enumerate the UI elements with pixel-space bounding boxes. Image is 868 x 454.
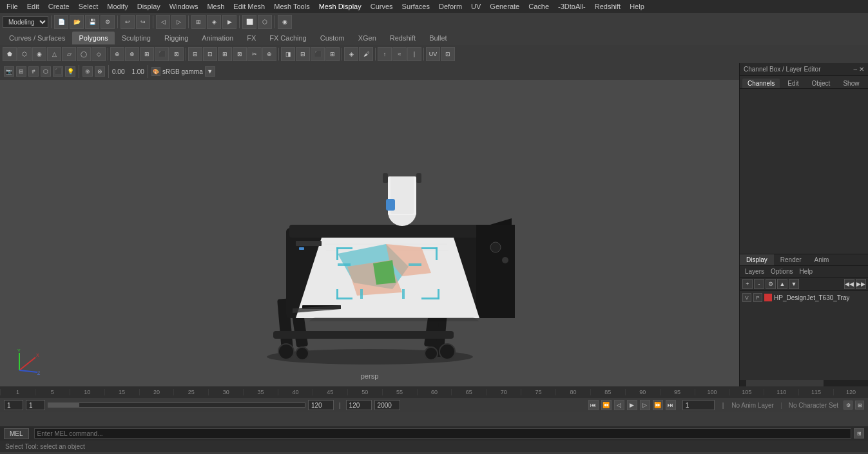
move-up-icon[interactable]: ▲ (777, 279, 787, 289)
minimize-btn[interactable]: – (853, 66, 857, 73)
new-file-icon[interactable]: 📄 (54, 15, 68, 29)
cube-icon[interactable]: ⬡ (17, 47, 32, 61)
open-file-icon[interactable]: 📂 (70, 15, 84, 29)
prev-frame-icon[interactable]: ◁ (156, 15, 170, 29)
torus-icon[interactable]: ◯ (77, 47, 91, 61)
bevel-icon[interactable]: ⊞ (218, 47, 232, 61)
plane-icon[interactable]: ▱ (62, 47, 76, 61)
append-poly-icon[interactable]: ⊞ (325, 47, 340, 61)
uv-map-icon[interactable]: UV (426, 47, 440, 61)
current-frame-input[interactable] (26, 400, 45, 410)
cut-icon[interactable]: ⊠ (233, 47, 247, 61)
viewport[interactable]: X Y Z persp (0, 80, 739, 386)
end-frame-input[interactable] (308, 400, 334, 410)
tab-fx[interactable]: FX (240, 32, 262, 44)
wireframe-icon[interactable]: ⬡ (41, 66, 51, 77)
object-tab[interactable]: Object (807, 79, 836, 88)
sphere-icon[interactable]: ⬟ (3, 47, 17, 61)
solid-icon[interactable]: ⬛ (53, 66, 63, 77)
extrude-icon[interactable]: ⊠ (169, 47, 184, 61)
paint-select-icon[interactable]: 🖌 (359, 47, 373, 61)
view-icon[interactable]: ⊞ (16, 66, 26, 77)
tab-sculpting[interactable]: Sculpting (115, 32, 157, 44)
menu-mesh-tools[interactable]: Mesh Tools (270, 1, 313, 12)
light-icon[interactable]: 💡 (65, 66, 75, 77)
current-frame-right-input[interactable] (682, 400, 715, 410)
menu-cache[interactable]: Cache (525, 1, 553, 12)
visibility-btn[interactable]: V (742, 293, 751, 302)
play-btn[interactable]: ▶ (627, 400, 637, 410)
range-end-input[interactable] (374, 400, 400, 410)
anim-options-icon[interactable]: ⚙ (844, 401, 853, 410)
layers-menu-item[interactable]: Layers (742, 267, 767, 276)
insert-edge-icon[interactable]: ⊟ (188, 47, 202, 61)
save-file-icon[interactable]: 💾 (85, 15, 99, 29)
help-menu-item[interactable]: Help (796, 267, 815, 276)
edit-tab[interactable]: Edit (782, 79, 804, 88)
magnet-icon[interactable]: ◈ (207, 15, 221, 29)
display-tab[interactable]: Display (740, 254, 774, 265)
file-options-icon[interactable]: ⚙ (101, 15, 115, 29)
offset-edge-icon[interactable]: ⊡ (203, 47, 217, 61)
connect-icon[interactable]: ⊕ (262, 47, 276, 61)
menu-deform[interactable]: Deform (435, 1, 466, 12)
tab-fx-caching[interactable]: FX Caching (263, 32, 313, 44)
move-down-icon[interactable]: ▼ (789, 279, 799, 289)
prev-icon[interactable]: ◀◀ (844, 279, 854, 289)
tab-animation[interactable]: Animation (195, 32, 240, 44)
next-frame-icon[interactable]: ▷ (171, 15, 186, 29)
menu-display[interactable]: Display (133, 1, 164, 12)
render-tab[interactable]: Render (774, 254, 808, 265)
next-frame-btn[interactable]: ⏩ (653, 400, 663, 410)
new-layer-icon[interactable]: + (742, 279, 753, 289)
options-layer-icon[interactable]: ⚙ (766, 279, 776, 289)
timeline[interactable]: 1 5 10 15 20 25 30 35 40 45 50 55 60 65 … (0, 386, 868, 398)
mel-button[interactable]: MEL (4, 428, 29, 439)
boolean-icon[interactable]: ⊞ (140, 47, 154, 61)
options-menu-item[interactable]: Options (768, 267, 795, 276)
playback-btn[interactable]: P (753, 293, 762, 302)
undo-icon[interactable]: ↩ (121, 15, 135, 29)
snap-icon[interactable]: ⊞ (191, 15, 206, 29)
tab-polygons[interactable]: Polygons (72, 32, 114, 44)
normal-icon[interactable]: ↑ (378, 47, 392, 61)
soft-edge-icon[interactable]: ≈ (392, 47, 407, 61)
tab-curves-surfaces[interactable]: Curves / Surfaces (3, 32, 72, 44)
menu-help[interactable]: Help (626, 1, 648, 12)
combine-icon[interactable]: ⊕ (110, 47, 124, 61)
menu-generate[interactable]: Generate (486, 1, 523, 12)
tab-rigging[interactable]: Rigging (158, 32, 195, 44)
tab-bullet[interactable]: Bullet (423, 32, 454, 44)
delete-layer-icon[interactable]: - (754, 279, 764, 289)
uv-unwrap-icon[interactable]: ⊡ (441, 47, 455, 61)
bridge-icon[interactable]: ⬛ (155, 47, 169, 61)
layer-entry[interactable]: V P HP_DesignJet_T630_Tray (740, 291, 868, 304)
next-icon[interactable]: ▶▶ (856, 279, 866, 289)
menu-uv[interactable]: UV (467, 1, 485, 12)
menu-curves[interactable]: Curves (367, 1, 397, 12)
ipr-icon[interactable]: ⬡ (258, 15, 272, 29)
paint-fx-icon[interactable]: ⊗ (95, 66, 105, 77)
menu-select[interactable]: Select (75, 1, 102, 12)
cam-icon[interactable]: 📷 (4, 66, 14, 77)
cylinder-icon[interactable]: ◉ (32, 47, 46, 61)
close-btn[interactable]: ✕ (859, 66, 864, 73)
playblast-icon[interactable]: ⬜ (242, 15, 256, 29)
multi-cut-icon[interactable]: ✂ (247, 47, 262, 61)
cone-icon[interactable]: △ (47, 47, 61, 61)
menu-mesh[interactable]: Mesh (203, 1, 228, 12)
channels-tab[interactable]: Channels (742, 79, 780, 88)
color-dropdown-icon[interactable]: ▼ (205, 66, 215, 77)
mode-dropdown[interactable]: Modeling (3, 16, 48, 28)
mirror-icon[interactable]: ◨ (281, 47, 295, 61)
menu-windows[interactable]: Windows (166, 1, 202, 12)
menu-redshift[interactable]: Redshift (591, 1, 624, 12)
select-comp-icon[interactable]: ◈ (344, 47, 358, 61)
prism-icon[interactable]: ◇ (92, 47, 106, 61)
goto-end-btn[interactable]: ⏭ (666, 400, 676, 410)
goto-start-icon[interactable]: ⏮ (588, 400, 599, 410)
prev-key-btn[interactable]: ◁ (614, 400, 624, 410)
menu-edit[interactable]: Edit (23, 1, 43, 12)
fill-hole-icon[interactable]: ⬛ (311, 47, 325, 61)
hard-edge-icon[interactable]: | (407, 47, 421, 61)
